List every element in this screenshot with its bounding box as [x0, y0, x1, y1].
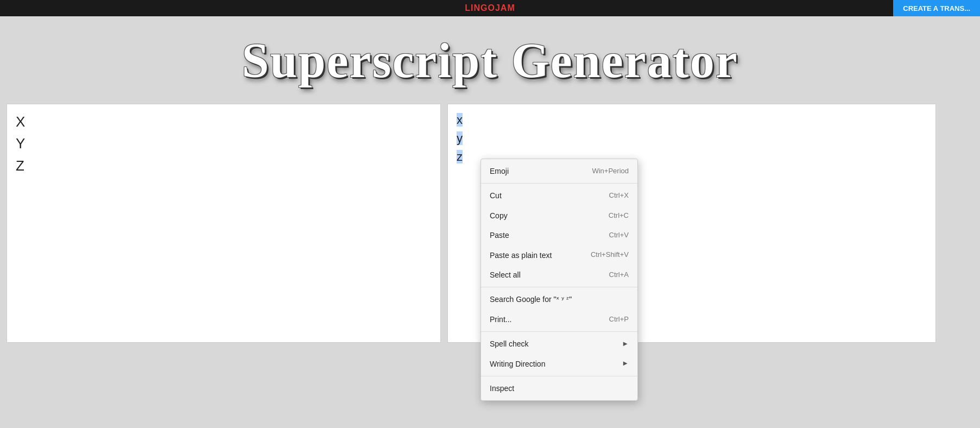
- line-3: Z: [16, 155, 432, 177]
- copy-shortcut: Ctrl+C: [609, 210, 629, 222]
- inspect-label: Inspect: [490, 382, 514, 394]
- context-menu-writing-direction[interactable]: Writing Direction ►: [481, 354, 637, 374]
- context-menu-cut[interactable]: Cut Ctrl+X: [481, 186, 637, 205]
- writing-direction-label: Writing Direction: [490, 358, 622, 370]
- emoji-label: Emoji: [490, 165, 509, 177]
- emoji-shortcut: Win+Period: [592, 166, 629, 177]
- context-menu-search-google[interactable]: Search Google for "ˣ ʸ ᶻ": [481, 289, 637, 309]
- cut-shortcut: Ctrl+X: [609, 190, 629, 202]
- output-line-2: y: [457, 129, 927, 148]
- search-google-label: Search Google for "ˣ ʸ ᶻ": [490, 293, 572, 305]
- context-menu-section-tools: Spell check ► Writing Direction ►: [481, 332, 637, 376]
- paste-plain-shortcut: Ctrl+Shift+V: [591, 249, 629, 261]
- select-all-label: Select all: [490, 269, 521, 281]
- writing-direction-arrow: ►: [622, 358, 629, 369]
- logo-accent: JAM: [495, 3, 515, 12]
- input-panel[interactable]: X Y Z: [7, 104, 441, 343]
- main-content: X Y Z x y z Emoji Win+Period Cut: [0, 104, 980, 343]
- context-menu-spell-check[interactable]: Spell check ►: [481, 334, 637, 354]
- context-menu-select-all[interactable]: Select all Ctrl+A: [481, 265, 637, 285]
- output-panel[interactable]: x y z Emoji Win+Period Cut Ctrl+X Copy: [447, 104, 936, 343]
- output-text: x y z: [457, 111, 927, 166]
- context-menu-section-search: Search Google for "ˣ ʸ ᶻ" Print... Ctrl+…: [481, 287, 637, 332]
- print-shortcut: Ctrl+P: [609, 314, 629, 325]
- logo-text: LINGO: [465, 3, 495, 12]
- select-all-shortcut: Ctrl+A: [609, 269, 629, 281]
- context-menu: Emoji Win+Period Cut Ctrl+X Copy Ctrl+C …: [480, 159, 638, 401]
- output-line-1: x: [457, 111, 927, 129]
- header: LINGOJAM CREATE A TRANS...: [0, 0, 980, 16]
- paste-shortcut: Ctrl+V: [609, 230, 629, 241]
- spell-check-arrow: ►: [622, 338, 629, 350]
- context-menu-paste-plain[interactable]: Paste as plain text Ctrl+Shift+V: [481, 246, 637, 265]
- hero-section: Superscript Generator: [0, 16, 980, 104]
- spell-check-label: Spell check: [490, 338, 622, 350]
- logo: LINGOJAM: [465, 3, 515, 13]
- paste-label: Paste: [490, 229, 509, 241]
- context-menu-print[interactable]: Print... Ctrl+P: [481, 310, 637, 329]
- context-menu-inspect[interactable]: Inspect: [481, 379, 637, 398]
- print-label: Print...: [490, 313, 511, 325]
- context-menu-paste[interactable]: Paste Ctrl+V: [481, 225, 637, 245]
- context-menu-section-emoji: Emoji Win+Period: [481, 159, 637, 184]
- cut-label: Cut: [490, 190, 502, 202]
- input-text: X Y Z: [16, 111, 432, 177]
- line-2: Y: [16, 133, 432, 154]
- context-menu-copy[interactable]: Copy Ctrl+C: [481, 206, 637, 225]
- paste-plain-label: Paste as plain text: [490, 249, 552, 261]
- page-title: Superscript Generator: [0, 33, 980, 89]
- context-menu-emoji[interactable]: Emoji Win+Period: [481, 161, 637, 181]
- context-menu-section-edit: Cut Ctrl+X Copy Ctrl+C Paste Ctrl+V Past…: [481, 184, 637, 287]
- line-1: X: [16, 111, 432, 133]
- copy-label: Copy: [490, 210, 508, 222]
- context-menu-section-inspect: Inspect: [481, 376, 637, 400]
- create-translator-button[interactable]: CREATE A TRANS...: [893, 0, 980, 16]
